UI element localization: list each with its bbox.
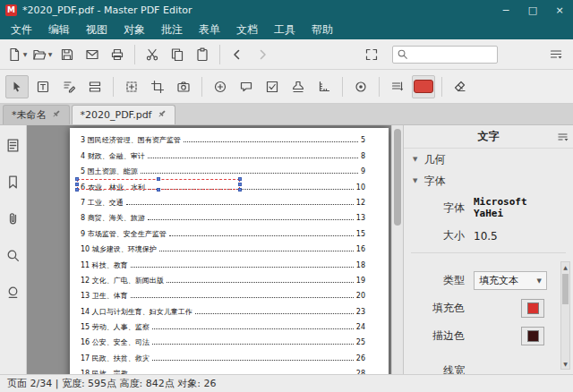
selection-handle[interactable]	[75, 177, 79, 181]
menu-item[interactable]: 视图	[78, 20, 115, 39]
panel-scroll-track[interactable]	[561, 272, 569, 359]
toc-page-number: 15	[356, 229, 365, 239]
stamp-tool-button[interactable]	[286, 75, 310, 98]
menu-item[interactable]: 帮助	[304, 20, 341, 39]
selection-box[interactable]	[77, 179, 240, 190]
edit-text-tool-button[interactable]	[31, 75, 55, 98]
email-button[interactable]	[81, 43, 104, 66]
stroke-color-button[interactable]	[521, 327, 544, 345]
edit-document-tool-button[interactable]	[57, 75, 81, 98]
tab-pin-icon[interactable]	[158, 109, 167, 121]
menu-item[interactable]: 工具	[266, 20, 304, 39]
toc-entry[interactable]: 11 科技、教育 18	[81, 254, 365, 269]
toc-entry-text: 14 人口与计划生育、妇女儿童工作	[81, 307, 192, 317]
toc-entry[interactable]: 8 商贸、海关、旅游 13	[81, 208, 365, 223]
undo-button[interactable]	[226, 43, 249, 66]
document-scrollbar[interactable]	[391, 125, 403, 374]
toc-entry[interactable]: 10 城乡建设、环境保护 16	[81, 239, 365, 254]
open-folder-icon	[32, 47, 47, 62]
redo-button[interactable]	[251, 43, 274, 66]
close-button[interactable]: ×	[546, 0, 573, 20]
toc-entry[interactable]: 4 财政、金融、审计 8	[81, 145, 365, 160]
pdf-page[interactable]: 3 国民经济管理、国有资产监管 5	[70, 128, 389, 374]
search-icon	[397, 48, 408, 60]
toc-entry[interactable]: 5 国土资源、能源 9	[81, 161, 365, 176]
red-shape-tool-button[interactable]	[412, 75, 435, 98]
toc-entry[interactable]: 17 民政、扶贫、救灾 26	[81, 347, 365, 362]
add-annotation-button[interactable]	[209, 75, 232, 98]
type-dropdown[interactable]: 填充文本 ▼	[474, 271, 547, 290]
transform-tool-button[interactable]	[120, 75, 143, 98]
selection-handle[interactable]	[238, 177, 242, 181]
maximize-button[interactable]: □	[519, 0, 546, 20]
toc-entry[interactable]: 7 工业、交通 12	[81, 192, 365, 208]
copy-button[interactable]	[166, 43, 189, 66]
toc-entry[interactable]: 9 市场监管、安全生产监管 15	[81, 223, 365, 238]
selection-handle[interactable]	[75, 188, 79, 192]
menu-item[interactable]: 批注	[153, 20, 191, 39]
panel-scroll-thumb[interactable]	[562, 274, 569, 304]
open-button[interactable]: ▼	[30, 43, 54, 66]
document-tab[interactable]: *未命名	[3, 105, 70, 124]
selection-handle[interactable]	[238, 188, 242, 192]
arrange-tool-button[interactable]	[386, 75, 409, 98]
menu-item[interactable]: 对象	[115, 20, 153, 39]
toc-entry[interactable]: 3 国民经济管理、国有资产监管 5	[81, 130, 365, 145]
stamps-panel-icon[interactable]	[5, 285, 21, 303]
panel-menu-icon[interactable]	[555, 130, 569, 144]
new-document-button[interactable]: ▼	[5, 43, 29, 66]
menu-item[interactable]: 编辑	[40, 20, 78, 39]
font-section-header[interactable]: ▼ 字体	[404, 170, 573, 192]
screenshot-tool-button[interactable]	[172, 75, 195, 98]
measure-tool-button[interactable]	[312, 75, 336, 98]
menu-item[interactable]: 文档	[228, 20, 266, 39]
font-family-value[interactable]: Microsoft YaHei	[474, 196, 544, 219]
selection-handle[interactable]	[157, 177, 160, 181]
menu-item[interactable]: 表单	[191, 20, 228, 39]
record-button[interactable]	[349, 75, 372, 98]
toc-entry[interactable]: 12 文化、广电、新闻出版 19	[81, 270, 365, 285]
selection-handle[interactable]	[157, 188, 160, 192]
print-button[interactable]	[106, 43, 129, 66]
bookmarks-icon[interactable]	[5, 175, 21, 193]
toc-entry[interactable]: 14 人口与计划生育、妇女儿童工作 23	[81, 301, 365, 316]
chevron-down-icon[interactable]: ▼	[48, 51, 53, 57]
eraser-tool-button[interactable]	[449, 75, 472, 98]
geometry-section-header[interactable]: ▼ 几何	[404, 149, 573, 170]
scroll-up-icon[interactable]: ▲	[561, 262, 569, 272]
select-tool-button[interactable]	[5, 75, 29, 98]
fit-page-button[interactable]	[360, 43, 383, 66]
scroll-down-icon[interactable]: ▼	[561, 359, 569, 369]
search-input[interactable]	[408, 49, 493, 60]
checkbox-tool-button[interactable]	[261, 75, 284, 98]
document-viewport[interactable]: 3 国民经济管理、国有资产监管 5	[27, 125, 391, 374]
chevron-down-icon[interactable]: ▼	[23, 51, 28, 57]
panel-scrollbar[interactable]: ▲ ▼	[560, 261, 570, 370]
toc-entry[interactable]: 15 劳动、人事、监察 24	[81, 317, 365, 332]
tab-pin-icon[interactable]	[52, 109, 61, 121]
fill-color-button[interactable]	[521, 299, 544, 318]
paste-button[interactable]	[191, 43, 214, 66]
note-tool-button[interactable]	[235, 75, 258, 98]
attachments-icon[interactable]	[5, 211, 21, 230]
thumbnails-icon[interactable]	[5, 138, 21, 157]
menu-item[interactable]: 文件	[3, 20, 40, 39]
toc-entry[interactable]: 13 卫生、体育 20	[81, 285, 365, 301]
selection-handle[interactable]	[75, 183, 79, 186]
minimize-button[interactable]: ─	[492, 0, 519, 20]
search-panel-icon[interactable]	[5, 248, 21, 267]
toc-entry[interactable]: 18 民族、宗教 28	[81, 363, 365, 374]
toc-entry[interactable]: 6 农业、林业、水利 10	[81, 176, 365, 192]
document-tab[interactable]: *2020_PDF.pdf	[72, 105, 175, 124]
selection-handle[interactable]	[238, 183, 242, 186]
toolbar-overflow-button[interactable]	[544, 43, 568, 66]
page-pencil-icon	[62, 80, 76, 94]
crop-tool-button[interactable]	[146, 75, 169, 98]
font-size-value[interactable]: 10.5	[474, 230, 498, 243]
scrollbar-thumb[interactable]	[394, 129, 401, 226]
edit-forms-tool-button[interactable]	[83, 75, 107, 98]
toc-entry[interactable]: 16 公安、安全、司法 25	[81, 332, 365, 347]
cut-button[interactable]	[141, 43, 164, 66]
toc-entry-text: 9 市场监管、安全生产监管	[81, 229, 167, 239]
save-button[interactable]	[56, 43, 79, 66]
